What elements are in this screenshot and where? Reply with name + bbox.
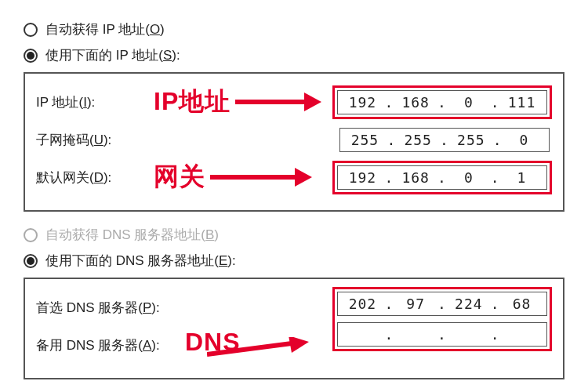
radio-icon — [24, 254, 38, 268]
svg-marker-3 — [295, 168, 312, 187]
dns-fieldset: 首选 DNS 服务器(P): 备用 DNS 服务器(A): DNS 202. 9… — [24, 278, 564, 379]
annotation-gateway: 网关 — [154, 160, 205, 194]
gateway-input[interactable]: 192. 168. 0. 1 — [337, 165, 547, 190]
preferred-dns-label: 首选 DNS 服务器(P): — [36, 299, 193, 317]
dns-highlight: 202. 97. 224. 68 . . . — [332, 287, 552, 351]
svg-marker-5 — [289, 337, 309, 353]
svg-marker-1 — [304, 93, 321, 111]
alternate-dns-input[interactable]: . . . — [337, 322, 547, 347]
subnet-mask-row: 子网掩码(U): 255. 255. 255. 0 — [36, 122, 552, 157]
radio-icon — [24, 23, 38, 37]
dns-auto-option[interactable]: 自动获得 DNS 服务器地址(B) — [24, 226, 564, 244]
radio-icon — [24, 228, 38, 242]
arrow-icon — [235, 91, 321, 113]
ip-auto-option[interactable]: 自动获得 IP 地址(O) — [24, 20, 564, 38]
annotation-ip: IP地址 — [154, 85, 230, 119]
subnet-mask-input[interactable]: 255. 255. 255. 0 — [339, 128, 550, 152]
ip-address-input[interactable]: 192. 168. 0. 111 — [337, 90, 547, 114]
arrow-icon — [210, 166, 312, 188]
ip-address-row: IP 地址(I): IP地址 192. 168. 0. 111 — [36, 85, 552, 119]
svg-line-4 — [207, 343, 292, 354]
alternate-dns-label: 备用 DNS 服务器(A): — [36, 336, 193, 354]
ip-manual-label: 使用下面的 IP 地址(S): — [45, 46, 180, 64]
gateway-row: 默认网关(D): 网关 192. 168. 0. 1 — [36, 160, 552, 194]
dns-manual-option[interactable]: 使用下面的 DNS 服务器地址(E): — [24, 252, 564, 270]
dns-manual-label: 使用下面的 DNS 服务器地址(E): — [45, 252, 236, 270]
arrow-icon — [207, 337, 309, 359]
ip-highlight: 192. 168. 0. 111 — [332, 85, 552, 119]
ip-address-label: IP 地址(I): — [36, 93, 154, 111]
dns-auto-label: 自动获得 DNS 服务器地址(B) — [45, 226, 219, 244]
gateway-highlight: 192. 168. 0. 1 — [332, 161, 552, 194]
gateway-label: 默认网关(D): — [36, 169, 154, 187]
ip-manual-option[interactable]: 使用下面的 IP 地址(S): — [24, 46, 564, 64]
preferred-dns-input[interactable]: 202. 97. 224. 68 — [337, 292, 547, 316]
ip-fieldset: IP 地址(I): IP地址 192. 168. 0. 111 子网掩码(U): — [24, 72, 564, 212]
subnet-mask-label: 子网掩码(U): — [36, 131, 154, 149]
ip-auto-label: 自动获得 IP 地址(O) — [45, 20, 165, 38]
radio-icon — [24, 49, 38, 63]
